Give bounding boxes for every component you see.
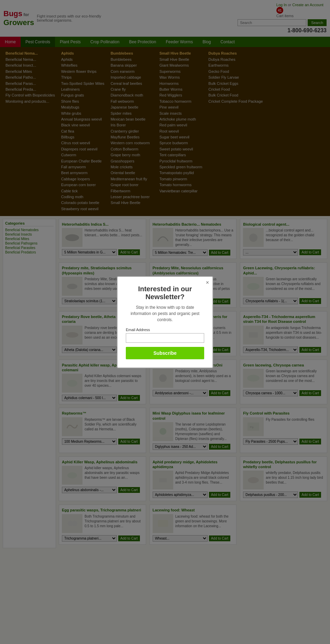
modal-overlay[interactable]: × Interested in our Newsletter? Stay in … (0, 0, 330, 551)
modal-title: Interested in our Newsletter? (126, 285, 204, 301)
modal-body: Stay in the know with up to date informa… (126, 304, 204, 323)
newsletter-modal: × Interested in our Newsletter? Stay in … (117, 276, 213, 368)
modal-email-input[interactable] (126, 333, 204, 343)
modal-close-button[interactable]: × (206, 280, 209, 286)
modal-subscribe-button[interactable]: Subscribe (126, 347, 204, 359)
modal-email-label: Email Address (126, 328, 204, 332)
